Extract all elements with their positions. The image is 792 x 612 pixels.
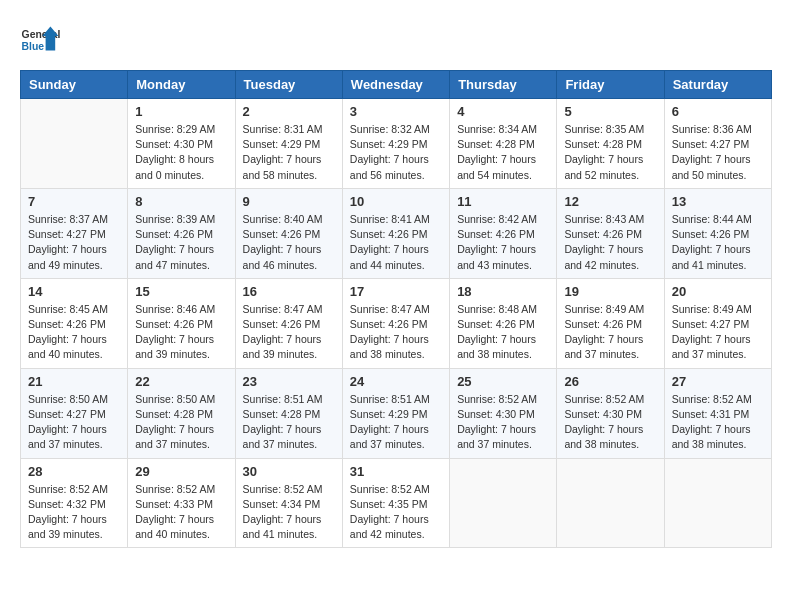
day-number: 22 [135,374,227,389]
day-number: 25 [457,374,549,389]
calendar-cell: 14Sunrise: 8:45 AMSunset: 4:26 PMDayligh… [21,278,128,368]
day-info: Sunrise: 8:47 AMSunset: 4:26 PMDaylight:… [243,302,335,363]
calendar-cell: 8Sunrise: 8:39 AMSunset: 4:26 PMDaylight… [128,188,235,278]
day-info: Sunrise: 8:39 AMSunset: 4:26 PMDaylight:… [135,212,227,273]
calendar-cell: 17Sunrise: 8:47 AMSunset: 4:26 PMDayligh… [342,278,449,368]
day-info: Sunrise: 8:51 AMSunset: 4:28 PMDaylight:… [243,392,335,453]
day-info: Sunrise: 8:52 AMSunset: 4:35 PMDaylight:… [350,482,442,543]
calendar-cell: 1Sunrise: 8:29 AMSunset: 4:30 PMDaylight… [128,99,235,189]
day-number: 23 [243,374,335,389]
day-info: Sunrise: 8:48 AMSunset: 4:26 PMDaylight:… [457,302,549,363]
day-number: 10 [350,194,442,209]
calendar-cell: 20Sunrise: 8:49 AMSunset: 4:27 PMDayligh… [664,278,771,368]
calendar-cell: 4Sunrise: 8:34 AMSunset: 4:28 PMDaylight… [450,99,557,189]
day-info: Sunrise: 8:52 AMSunset: 4:32 PMDaylight:… [28,482,120,543]
day-number: 7 [28,194,120,209]
day-info: Sunrise: 8:42 AMSunset: 4:26 PMDaylight:… [457,212,549,273]
calendar-day-header: Friday [557,71,664,99]
calendar-cell: 10Sunrise: 8:41 AMSunset: 4:26 PMDayligh… [342,188,449,278]
calendar-cell: 11Sunrise: 8:42 AMSunset: 4:26 PMDayligh… [450,188,557,278]
day-number: 27 [672,374,764,389]
day-info: Sunrise: 8:52 AMSunset: 4:34 PMDaylight:… [243,482,335,543]
calendar-week-row: 7Sunrise: 8:37 AMSunset: 4:27 PMDaylight… [21,188,772,278]
day-number: 20 [672,284,764,299]
day-number: 11 [457,194,549,209]
day-info: Sunrise: 8:45 AMSunset: 4:26 PMDaylight:… [28,302,120,363]
day-number: 17 [350,284,442,299]
day-info: Sunrise: 8:37 AMSunset: 4:27 PMDaylight:… [28,212,120,273]
calendar-cell: 7Sunrise: 8:37 AMSunset: 4:27 PMDaylight… [21,188,128,278]
day-number: 9 [243,194,335,209]
day-number: 19 [564,284,656,299]
calendar-cell: 31Sunrise: 8:52 AMSunset: 4:35 PMDayligh… [342,458,449,548]
logo-icon: General Blue [20,20,60,60]
day-info: Sunrise: 8:51 AMSunset: 4:29 PMDaylight:… [350,392,442,453]
calendar-cell: 6Sunrise: 8:36 AMSunset: 4:27 PMDaylight… [664,99,771,189]
day-info: Sunrise: 8:40 AMSunset: 4:26 PMDaylight:… [243,212,335,273]
calendar-cell: 5Sunrise: 8:35 AMSunset: 4:28 PMDaylight… [557,99,664,189]
day-number: 21 [28,374,120,389]
calendar-cell: 30Sunrise: 8:52 AMSunset: 4:34 PMDayligh… [235,458,342,548]
day-number: 8 [135,194,227,209]
day-info: Sunrise: 8:52 AMSunset: 4:30 PMDaylight:… [457,392,549,453]
calendar-cell: 12Sunrise: 8:43 AMSunset: 4:26 PMDayligh… [557,188,664,278]
calendar-cell [557,458,664,548]
day-number: 16 [243,284,335,299]
day-number: 18 [457,284,549,299]
day-number: 6 [672,104,764,119]
calendar-cell: 21Sunrise: 8:50 AMSunset: 4:27 PMDayligh… [21,368,128,458]
day-number: 13 [672,194,764,209]
calendar-table: SundayMondayTuesdayWednesdayThursdayFrid… [20,70,772,548]
day-info: Sunrise: 8:46 AMSunset: 4:26 PMDaylight:… [135,302,227,363]
day-number: 31 [350,464,442,479]
calendar-cell: 13Sunrise: 8:44 AMSunset: 4:26 PMDayligh… [664,188,771,278]
calendar-cell [664,458,771,548]
calendar-cell: 2Sunrise: 8:31 AMSunset: 4:29 PMDaylight… [235,99,342,189]
calendar-day-header: Saturday [664,71,771,99]
day-info: Sunrise: 8:47 AMSunset: 4:26 PMDaylight:… [350,302,442,363]
calendar-cell: 26Sunrise: 8:52 AMSunset: 4:30 PMDayligh… [557,368,664,458]
day-number: 14 [28,284,120,299]
calendar-cell: 29Sunrise: 8:52 AMSunset: 4:33 PMDayligh… [128,458,235,548]
calendar-day-header: Monday [128,71,235,99]
calendar-body: 1Sunrise: 8:29 AMSunset: 4:30 PMDaylight… [21,99,772,548]
calendar-week-row: 28Sunrise: 8:52 AMSunset: 4:32 PMDayligh… [21,458,772,548]
calendar-week-row: 1Sunrise: 8:29 AMSunset: 4:30 PMDaylight… [21,99,772,189]
calendar-week-row: 14Sunrise: 8:45 AMSunset: 4:26 PMDayligh… [21,278,772,368]
day-info: Sunrise: 8:29 AMSunset: 4:30 PMDaylight:… [135,122,227,183]
day-number: 2 [243,104,335,119]
day-number: 4 [457,104,549,119]
calendar-cell: 28Sunrise: 8:52 AMSunset: 4:32 PMDayligh… [21,458,128,548]
day-number: 5 [564,104,656,119]
calendar-cell: 24Sunrise: 8:51 AMSunset: 4:29 PMDayligh… [342,368,449,458]
day-number: 28 [28,464,120,479]
calendar-cell: 23Sunrise: 8:51 AMSunset: 4:28 PMDayligh… [235,368,342,458]
calendar-cell: 22Sunrise: 8:50 AMSunset: 4:28 PMDayligh… [128,368,235,458]
svg-text:Blue: Blue [22,41,45,52]
day-number: 15 [135,284,227,299]
day-info: Sunrise: 8:43 AMSunset: 4:26 PMDaylight:… [564,212,656,273]
day-number: 3 [350,104,442,119]
calendar-cell [21,99,128,189]
day-number: 30 [243,464,335,479]
day-number: 26 [564,374,656,389]
calendar-cell: 3Sunrise: 8:32 AMSunset: 4:29 PMDaylight… [342,99,449,189]
day-info: Sunrise: 8:52 AMSunset: 4:33 PMDaylight:… [135,482,227,543]
calendar-cell: 25Sunrise: 8:52 AMSunset: 4:30 PMDayligh… [450,368,557,458]
day-info: Sunrise: 8:35 AMSunset: 4:28 PMDaylight:… [564,122,656,183]
day-number: 12 [564,194,656,209]
day-info: Sunrise: 8:36 AMSunset: 4:27 PMDaylight:… [672,122,764,183]
calendar-day-header: Thursday [450,71,557,99]
calendar-day-header: Sunday [21,71,128,99]
calendar-day-header: Tuesday [235,71,342,99]
day-info: Sunrise: 8:34 AMSunset: 4:28 PMDaylight:… [457,122,549,183]
calendar-header-row: SundayMondayTuesdayWednesdayThursdayFrid… [21,71,772,99]
calendar-cell [450,458,557,548]
day-info: Sunrise: 8:52 AMSunset: 4:30 PMDaylight:… [564,392,656,453]
day-number: 1 [135,104,227,119]
calendar-cell: 19Sunrise: 8:49 AMSunset: 4:26 PMDayligh… [557,278,664,368]
calendar-cell: 27Sunrise: 8:52 AMSunset: 4:31 PMDayligh… [664,368,771,458]
day-number: 24 [350,374,442,389]
day-info: Sunrise: 8:31 AMSunset: 4:29 PMDaylight:… [243,122,335,183]
calendar-cell: 16Sunrise: 8:47 AMSunset: 4:26 PMDayligh… [235,278,342,368]
